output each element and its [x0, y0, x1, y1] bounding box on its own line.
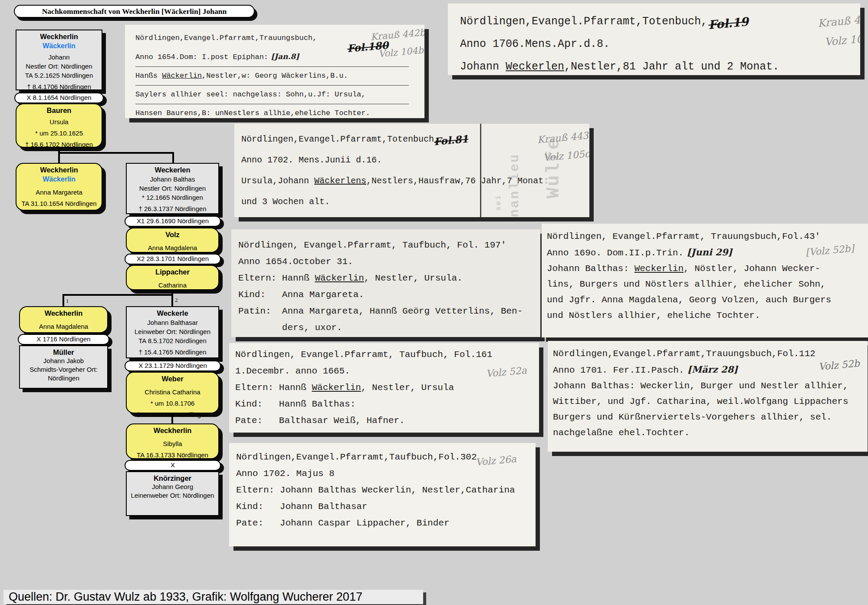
given-name: Johann Balthas [128, 175, 217, 184]
genealogy-chart: Nachkommenschaft von Weckherlin [Wäckerl… [0, 0, 868, 605]
surname: Weckherlin [17, 32, 101, 41]
connector-line [171, 294, 173, 306]
surname: Weckherlin [21, 309, 106, 318]
surname: Weckherlin [17, 165, 101, 175]
baptism-date: TA 8.5.1702 Nördlingen [128, 336, 217, 345]
birth-date: * 12.1665 Nördlingen [128, 193, 217, 202]
record-scan-taufbuch-1654: Nördlingen, Evangel.Pfarramt, Taufbuch, … [231, 229, 540, 337]
occupation: Nestler Ort: Nördlingen [17, 62, 101, 71]
record-line: Eltern: Johann Balthas Weckerlin, Nestle… [236, 482, 536, 499]
connector-line [62, 294, 64, 306]
chart-title-pill: Nachkommenschaft von Weckherlin [Wäckerl… [14, 5, 255, 18]
handwritten-date: [März 28] [684, 364, 738, 375]
marriage-band-1654: X 8.1.1654 Nördlingen [14, 93, 104, 103]
occupation: Schmidts-Vorgeher Ort: [21, 365, 106, 374]
marriage-band-1729: X 23.1.1729 Nördlingen [125, 360, 221, 371]
death-date: † 8.4.1706 Nördlingen [17, 82, 101, 91]
person-box-weckerle-johann-balthasar: Weckerle Johann Balthasar Leinweber Ort:… [126, 306, 219, 358]
birth-date: * um 25.10.1625 [17, 129, 101, 138]
marriage-date: X 23.1.1729 Nördlingen [138, 362, 207, 369]
birth-date: * um 10.8.1706 [128, 399, 217, 408]
connector-line [171, 413, 173, 423]
person-box-lippacher-catharina: Lippacher Catharina [126, 265, 219, 290]
person-box-weckherlin-anna-margareta: Weckherlin Wäckerlin Anna Margareta TA 3… [16, 163, 102, 211]
record-line: Anno 1706.Mens.Apr.d.8. [460, 33, 860, 56]
connector-line [58, 152, 174, 154]
given-name: Ursula [17, 117, 101, 126]
surname: Lippacher [128, 268, 217, 277]
given-name: Johann Georg [128, 483, 217, 491]
occupation: Leinenweber Ort: Nördlingen [128, 491, 217, 500]
record-line: Kind: Anna Margareta. [238, 287, 540, 303]
surname: Müller [21, 348, 106, 357]
baptism-date: TA 5.2.1625 Nördlingen [17, 71, 101, 80]
chart-title: Nachkommenschaft von Weckherlin [Wäckerl… [42, 7, 227, 16]
record-line: Eltern: Hannß Wäckerlin, Nestler, Ursula… [238, 270, 540, 287]
record-scan-taufbuch-1702: Nördlingen,Evangel.Pfarramt,Taufbuch,Fol… [229, 443, 536, 546]
record-line: Patin: Anna Margareta, Hannß Geörg Vette… [238, 303, 540, 320]
marriage-date: X 8.1.1654 Nördlingen [26, 94, 91, 101]
record-line: Anno 1702. Mens.Junii d.16. [241, 150, 589, 171]
branch-number-2: 2 [175, 297, 178, 304]
record-line: nachgelaßne ehel.Tochter. [553, 425, 868, 441]
person-box-weckherlin-anna-magdalena: Weckherlin Anna Magdalena [19, 306, 108, 333]
record-line: Johann Balthas: Weckerlin, Burger und Ne… [553, 378, 868, 394]
occupation: Nestler Ort: Nördlingen [128, 184, 217, 193]
record-scan-totenbuch-1702: Nördlingen,Evangel.Pfarramt,Totenbuch, A… [234, 124, 589, 217]
given-name: Anna Magdalena [21, 322, 106, 331]
person-box-weckerlen-johann-balthas: Weckerlen Johann Balthas Nestler Ort: Nö… [126, 163, 219, 214]
record-line: Saylers allhier seel: nachgelass: Sohn,u… [135, 86, 409, 104]
record-scan-totenbuch-1706: Nördlingen,Evangel.Pfarramt,Totenbuch, A… [448, 3, 860, 75]
death-date: † 15.4.1765 Nördlingen [128, 347, 217, 357]
pencil-annotation-volz: Volz 104b [378, 41, 424, 63]
record-line: Pate: Johann Caspar Lippacher, Binder [236, 515, 536, 532]
record-line: Johann Balthas: Weckerlin, Nöstler, Joha… [547, 261, 868, 277]
person-box-volz-anna-magdalena: Volz Anna Magdalena [126, 228, 219, 253]
surname-alt: Wäckerlin [17, 41, 101, 50]
pencil-annotation-volz: Volz 104c [824, 26, 860, 53]
record-line: Burgers und Kürßnerviertels-Vorgehers al… [553, 410, 868, 425]
folio-annotation: Fol.19 [707, 10, 750, 36]
marriage-date: X2 28.3.1701 Nördlingen [137, 255, 209, 262]
record-line: Wittiber, und Jgf. Catharina, weil.Wolfg… [553, 394, 868, 410]
record-line: Anno 1654.October 31. [238, 254, 540, 270]
pencil-annotation-volz: Volz 105c [542, 143, 589, 168]
person-box-weber-christina-catharina: Weber Christina Catharina * um 10.8.1706… [126, 372, 219, 413]
record-line: Nördlingen, Evangel.Pfarramt, Taufbuch, … [238, 237, 540, 254]
handwritten-date: [Juni 29] [684, 247, 732, 258]
given-name: Johann [17, 53, 101, 62]
person-box-bauren-ursula: Bauren Ursula * um 25.10.1625 † 16.6.170… [16, 103, 102, 148]
given-name: Catharina [128, 281, 217, 290]
record-line: Nördlingen, Evangel.Pfarramt, Trauungsbu… [547, 229, 868, 245]
record-line: Eltern: Hannß Wäckerlin, Nestler, Ursula [235, 380, 539, 396]
marriage-band-x2-1701: X2 28.3.1701 Nördlingen [125, 254, 221, 264]
record-line: Ursula,Johann Wäckerlens,Nestlers,Hausfr… [241, 171, 589, 192]
person-box-mueller-johann-jakob: Müller Johann Jakob Schmidts-Vorgeher Or… [19, 345, 108, 389]
given-name: Johann Balthasar [128, 318, 217, 327]
person-box-weckherlin-johann: Weckherlin Wäckerlin Johann Nestler Ort:… [16, 30, 102, 90]
folio-annotation: Fol.81 [433, 129, 469, 152]
connector-line [58, 147, 60, 163]
record-scan-trauungsbuch-1701: Nördlingen,Evangel.Pfarramt,Trauungsbuch… [548, 341, 868, 452]
connector-line [172, 152, 174, 163]
record-line: Nördlingen, Evangel.Pfarramt, Taufbuch, … [235, 347, 539, 363]
record-line: Johann Weckerlen,Nestler,81 Jahr alt und… [460, 56, 860, 75]
record-line: Kind: Johann Balthasar [236, 499, 536, 515]
given-name: Sibylla [128, 439, 217, 448]
connector-line [62, 294, 173, 296]
record-line: Hanßs Wäckerlin,Nestler,w: Georg Wäckerl… [135, 67, 409, 86]
given-name: Anna Magdalena [128, 243, 217, 252]
marriage-band-x: X [125, 460, 221, 471]
record-scan-trauungsbuch-1654: Nördlingen,Evangel.Pfarramt,Trauungsbuch… [125, 25, 424, 118]
occupation: Leinweber Ort: Nördlingen [128, 327, 217, 336]
surname: Weckerlen [128, 165, 217, 175]
given-name: Christina Catharina [128, 387, 217, 397]
surname: Bauren [17, 106, 101, 115]
marriage-mark: X [171, 461, 175, 469]
surname: Weckherlin [128, 426, 217, 435]
record-line: ders, uxor. [238, 320, 540, 336]
given-name: Anna Margareta [17, 188, 101, 197]
record-scan-trauungsbuch-1690: Nördlingen, Evangel.Pfarramt, Trauungsbu… [542, 224, 868, 337]
marriage-band-x1-1690: X1 29.6.1690 Nördlingen [125, 216, 221, 227]
marriage-band-1716: X 1716 Nördlingen [18, 334, 109, 345]
